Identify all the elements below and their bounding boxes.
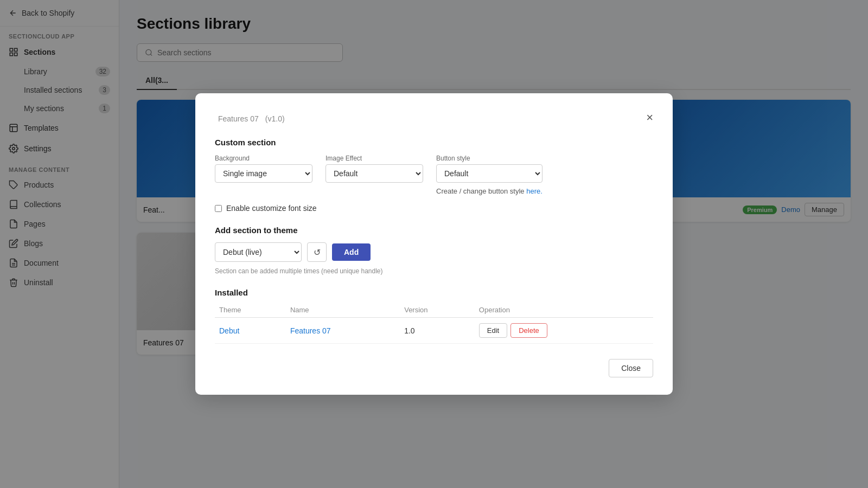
add-button[interactable]: Add [332,243,371,261]
refresh-button[interactable]: ↺ [307,242,327,262]
modal-version: (v1.0) [265,114,285,123]
delete-button[interactable]: Delete [510,323,547,338]
note-text: Section can be added multiple times (nee… [215,267,653,275]
modal-close-button[interactable]: × [646,112,653,124]
add-section-row: Debut (live) Supply Minimal ↺ Add [215,242,653,262]
col-operation: Operation [475,303,653,318]
font-size-row: Enable customize font size [215,204,653,213]
custom-section-heading: Custom section [215,138,653,147]
edit-button[interactable]: Edit [479,323,507,338]
modal: Features 07 (v1.0) × Custom section Back… [195,93,673,395]
image-effect-label: Image Effect [326,155,423,162]
background-group: Background Single image Color Video None [215,155,312,195]
row-name: Features 07 [286,318,400,344]
button-style-link-text: Create / change button style [436,187,525,195]
row-theme: Debut [215,318,286,344]
theme-link[interactable]: Debut [219,326,239,335]
enable-font-checkbox[interactable] [215,205,222,212]
col-name: Name [286,303,400,318]
modal-header: Features 07 (v1.0) × [215,111,653,125]
button-style-group: Button style Default Primary Secondary O… [436,155,542,195]
image-effect-select[interactable]: Default Parallax Ken Burns [326,164,423,183]
modal-title: Features 07 (v1.0) [215,111,285,125]
installed-table: Theme Name Version Operation Debut Featu… [215,303,653,344]
background-label: Background [215,155,312,162]
button-style-link: Create / change button style here. [436,187,542,195]
background-select[interactable]: Single image Color Video None [215,164,312,183]
row-operation: Edit Delete [475,318,653,344]
refresh-icon: ↺ [314,247,321,258]
col-theme: Theme [215,303,286,318]
enable-font-label[interactable]: Enable customize font size [226,204,317,213]
button-style-label: Button style [436,155,542,162]
selects-row: Background Single image Color Video None… [215,155,653,195]
button-style-select[interactable]: Default Primary Secondary Outline [436,164,542,183]
modal-overlay[interactable]: Features 07 (v1.0) × Custom section Back… [0,0,868,488]
close-modal-button[interactable]: Close [609,359,653,377]
table-row: Debut Features 07 1.0 Edit Delete [215,318,653,344]
ops-buttons: Edit Delete [479,323,649,338]
image-effect-group: Image Effect Default Parallax Ken Burns [326,155,423,195]
col-version: Version [400,303,475,318]
add-section-heading: Add section to theme [215,226,653,235]
theme-select[interactable]: Debut (live) Supply Minimal [215,242,302,262]
modal-footer: Close [215,359,653,377]
button-style-link-anchor[interactable]: here. [526,187,542,195]
row-version: 1.0 [400,318,475,344]
name-link[interactable]: Features 07 [290,326,331,335]
modal-title-text: Features 07 [218,114,259,123]
installed-heading: Installed [215,288,653,297]
